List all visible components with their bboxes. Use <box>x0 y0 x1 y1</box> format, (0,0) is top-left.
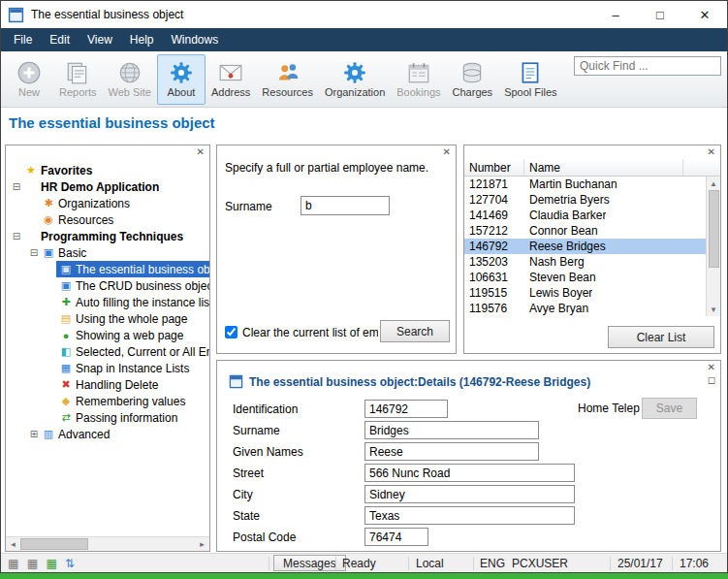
column-header-name[interactable]: Name <box>524 159 683 176</box>
reports-icon <box>65 60 90 85</box>
window-title: The essential business object <box>31 8 183 21</box>
column-header-number[interactable]: Number <box>464 159 524 176</box>
table-row-selected[interactable]: 146792Reese Bridges <box>464 239 706 254</box>
toolbar-bookings-button[interactable]: Bookings <box>391 54 446 105</box>
scrollbar-thumb[interactable] <box>20 538 88 550</box>
maximize-button[interactable]: □ <box>638 1 682 28</box>
grid-view-icon[interactable]: ▦ <box>27 557 38 570</box>
toolbar-charges-button[interactable]: Charges <box>447 54 499 105</box>
tree-item-hr-demo-application[interactable]: ⊟HR Demo Application <box>6 178 209 195</box>
menu-view[interactable]: View <box>79 29 121 50</box>
panel-close-icon[interactable]: ✕ <box>708 363 715 372</box>
collapse-icon[interactable]: ⊟ <box>10 181 23 192</box>
tree-item-organizations[interactable]: ✱Organizations <box>6 195 209 211</box>
scroll-up-icon[interactable]: ▴ <box>707 177 721 190</box>
toolbar-new-button[interactable]: New <box>5 54 53 105</box>
table-row[interactable]: 119515Lewis Boyer <box>464 285 706 301</box>
toolbar-resources-button[interactable]: Resources <box>256 54 319 105</box>
toolbar-website-button[interactable]: Web Site <box>103 54 157 105</box>
form-icon: ▣ <box>58 279 74 292</box>
menu-file[interactable]: File <box>5 29 41 50</box>
grid-view-icon[interactable]: ▦ <box>8 557 18 570</box>
status-language: ENG <box>480 557 505 570</box>
folder-icon: ▣ <box>41 246 56 259</box>
field-row: Postal Code <box>217 528 720 549</box>
city-input[interactable] <box>364 485 575 503</box>
table-row[interactable]: 157212Connor Bean <box>464 223 706 239</box>
tree-item-basic[interactable]: ⊟▣Basic <box>6 244 209 261</box>
toolbar-reports-button[interactable]: Reports <box>53 54 103 105</box>
envelope-icon <box>218 60 243 85</box>
tree-item-advanced[interactable]: ⊞▥Advanced <box>6 426 209 442</box>
table-row[interactable]: 119576Avye Bryan <box>464 301 706 316</box>
tree-item-programming-techniques[interactable]: ⊟Programming Techniques <box>6 228 209 244</box>
surname-input[interactable] <box>301 196 390 215</box>
scroll-down-icon[interactable]: ▾ <box>707 303 721 316</box>
employee-details-panel: ✕ ◻ The essential business object:Detail… <box>216 360 721 552</box>
tree-item-essential-business-object[interactable]: ▣The essential business obje <box>6 261 209 277</box>
tree-item-using-the-whole-page[interactable]: ▤Using the whole page <box>6 310 209 327</box>
app-window: The essential business object – □ ✕ File… <box>0 0 728 573</box>
menu-edit[interactable]: Edit <box>41 29 79 50</box>
tree-item-label: Organizations <box>56 197 130 210</box>
tree-item-selected-current-or-all[interactable]: ◧Selected, Current or All Ent <box>6 343 209 360</box>
tree-item-label: Snap in Instance Lists <box>74 362 189 375</box>
table-row[interactable]: 141469Claudia Barker <box>464 208 706 223</box>
scrollbar-thumb[interactable] <box>709 190 719 268</box>
horizontal-scrollbar[interactable]: ◂ ▸ <box>6 536 209 551</box>
tree-item-label: Programming Techniques <box>39 230 183 243</box>
star-icon: ★ <box>23 164 39 177</box>
identification-input[interactable] <box>364 400 448 418</box>
state-input[interactable] <box>364 506 575 525</box>
quick-find-input[interactable] <box>574 56 721 76</box>
toolbar-about-button[interactable]: About <box>157 54 206 105</box>
table-row[interactable]: 121871Martin Buchanan <box>464 177 706 192</box>
form-icon <box>229 374 243 389</box>
menu-windows[interactable]: Windows <box>163 29 228 50</box>
toolbar-address-button[interactable]: Address <box>206 54 256 105</box>
tree-item-snap-in-instance-lists[interactable]: ▦Snap in Instance Lists <box>6 360 209 376</box>
given-names-input[interactable] <box>364 442 539 461</box>
panel-close-icon[interactable]: ✕ <box>197 147 205 157</box>
calendar-icon <box>406 60 431 85</box>
tree-item-auto-filling-instance-list[interactable]: ✚Auto filling the instance list <box>6 294 209 310</box>
close-button[interactable]: ✕ <box>682 1 727 28</box>
clear-list-checkbox[interactable] <box>225 326 237 338</box>
save-button[interactable]: Save <box>642 398 697 419</box>
page-icon: ▤ <box>58 312 74 325</box>
panel-close-icon[interactable]: ✕ <box>708 147 715 157</box>
grid-view-icon[interactable]: ▦ <box>46 557 56 570</box>
vertical-scrollbar[interactable]: ▴ ▾ <box>706 177 720 316</box>
toolbar-organization-button[interactable]: Organization <box>319 54 391 105</box>
sort-icon[interactable]: ⇅ <box>65 557 75 570</box>
tree-item-crud-business-object[interactable]: ▣The CRUD business object <box>6 277 209 294</box>
minimize-button[interactable]: – <box>593 1 638 28</box>
collapse-icon[interactable]: ⊟ <box>10 231 23 241</box>
table-row[interactable]: 135203Nash Berg <box>464 254 706 270</box>
status-user: PCXUSER <box>512 557 568 570</box>
menu-help[interactable]: Help <box>121 29 163 50</box>
surname-field-input[interactable] <box>364 421 539 439</box>
tree-item-label: Advanced <box>56 428 110 441</box>
table-row[interactable]: 127704Demetria Byers <box>464 192 706 208</box>
tree-item-passing-information[interactable]: ⇄Passing information <box>6 409 209 426</box>
scroll-right-icon[interactable]: ▸ <box>195 537 209 551</box>
collapse-icon[interactable]: ⊟ <box>27 247 41 258</box>
tree-item-favorites[interactable]: ★Favorites <box>6 162 209 178</box>
toolbar-spoolfiles-button[interactable]: Spool Files <box>498 54 562 105</box>
tree-item-label: Selected, Current or All Ent <box>74 345 209 359</box>
street-input[interactable] <box>364 464 575 482</box>
panel-restore-icon[interactable]: ◻ <box>708 375 715 385</box>
tree-item-handling-delete[interactable]: ✖Handling Delete <box>6 376 209 393</box>
panel-close-icon[interactable]: ✕ <box>443 147 451 157</box>
tree-item-label: Remembering values <box>74 395 185 408</box>
table-row[interactable]: 106631Steven Bean <box>464 270 706 285</box>
scroll-left-icon[interactable]: ◂ <box>6 537 20 551</box>
tree-item-remembering-values[interactable]: ◆Remembering values <box>6 393 209 409</box>
postal-code-input[interactable] <box>364 528 428 546</box>
expand-icon[interactable]: ⊞ <box>27 429 41 439</box>
search-button[interactable]: Search <box>380 320 450 342</box>
tree-item-resources[interactable]: ◉Resources <box>6 211 209 228</box>
tree-item-showing-a-web-page[interactable]: ●Showing a web page <box>6 327 209 343</box>
clear-list-button[interactable]: Clear List <box>608 326 714 348</box>
